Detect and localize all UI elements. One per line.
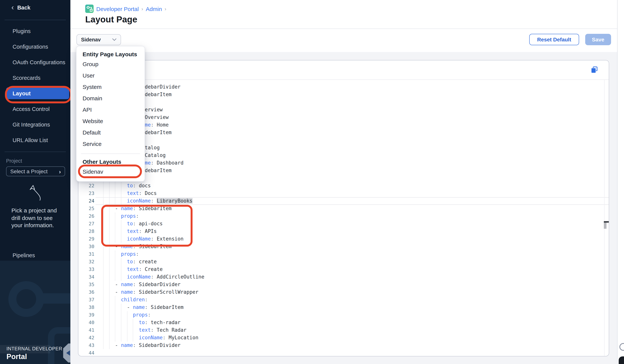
menu-item-website[interactable]: Website (77, 115, 145, 127)
circuit-ring-decor (8, 281, 44, 317)
menu-item-user[interactable]: User (77, 70, 145, 81)
main-content: Developer Portal › Admin › Layout Page S… (70, 0, 624, 364)
arrow-doodle-icon (28, 185, 42, 203)
code-line-30[interactable]: 30 - name: SidebarItem (78, 243, 609, 250)
sidebar-item-pipelines[interactable]: Pipelines (13, 252, 35, 258)
menu-item-default[interactable]: Default (77, 127, 145, 138)
line-number: 37 (78, 296, 96, 304)
code-line-43[interactable]: 43 - name: SidebarDivider (78, 341, 609, 349)
corner-widget (619, 356, 624, 364)
code-line-19[interactable]: 19 iconName: Dashboard (78, 159, 609, 167)
sidebar-item-url-allow-list[interactable]: URL Allow List (0, 132, 70, 148)
code-line-31[interactable]: 31 props: (78, 250, 609, 258)
sidebar-item-label: Git Integrations (13, 121, 50, 128)
sidebar-item-plugins[interactable]: Plugins (0, 23, 70, 39)
line-number: 35 (78, 281, 96, 288)
breadcrumb-separator: › (141, 6, 143, 12)
code-line-25[interactable]: 25 - name: SidebarItem (78, 205, 609, 212)
selected-text: LibraryBooks (157, 198, 193, 204)
layout-dropdown-menu: Entity Page LayoutsGroupUserSystemDomain… (76, 46, 145, 182)
brand-kicker: INTERNAL DEVELOPER (6, 346, 62, 351)
menu-item-system[interactable]: System (77, 81, 145, 93)
code-line-27[interactable]: 27 to: api-docs (78, 220, 609, 228)
line-number: 40 (78, 319, 96, 326)
code-line-36[interactable]: 36 - name: SidebarScrollWrapper (78, 288, 609, 296)
code-line-9[interactable]: 9 - name: SidebarDivider (78, 83, 609, 91)
cloud-icon (620, 343, 624, 351)
breadcrumb-link-developer-portal[interactable]: Developer Portal (96, 5, 139, 12)
sidebar-item-label: Scorecards (13, 75, 41, 81)
back-button[interactable]: ‹ Back (11, 4, 30, 11)
save-button[interactable]: Save (585, 34, 611, 45)
chevron-left-icon: ‹ (11, 4, 14, 11)
code-line-28[interactable]: 28 text: APIs (78, 228, 609, 235)
sidebar-item-label: OAuth Configurations (13, 59, 65, 65)
code-line-32[interactable]: 32 to: create (78, 258, 609, 266)
code-line-26[interactable]: 26 props: (78, 212, 609, 220)
code-line-23[interactable]: 23 text: Docs (78, 190, 609, 197)
code-line-39[interactable]: 39 props: (78, 311, 609, 319)
brand-name: Portal (6, 353, 27, 361)
code-line-10[interactable]: 10 - name: SidebarItem (78, 91, 609, 98)
code-line-11[interactable]: 11 props: (78, 98, 609, 106)
code-line-16[interactable]: 16 props: (78, 136, 609, 144)
line-number: 42 (78, 334, 96, 341)
code-line-12[interactable]: 12 to: overview (78, 106, 609, 114)
code-line-35[interactable]: 35 - name: SidebarDivider (78, 281, 609, 288)
code-line-24[interactable]: 24 iconName: LibraryBooks (78, 197, 609, 205)
line-content: props: (96, 212, 139, 220)
editor-scrollbar-thumb[interactable] (604, 223, 606, 229)
line-content: - name: SidebarItem (96, 243, 172, 250)
sidebar-item-layout[interactable]: Layout (0, 86, 70, 101)
sidebar-item-scorecards[interactable]: Scorecards (0, 70, 70, 86)
sidebar-item-access-control[interactable]: Access Control (0, 101, 70, 117)
page-header: Developer Portal › Admin › Layout Page (70, 0, 624, 29)
code-line-18[interactable]: 18 text: Catalog (78, 152, 609, 159)
copy-icon[interactable] (591, 66, 598, 74)
code-line-29[interactable]: 29 iconName: Extension (78, 235, 609, 243)
line-content: to: create (96, 258, 157, 266)
code-line-22[interactable]: 22 to: docs (78, 182, 609, 190)
line-content: - name: SidebarItem (96, 205, 172, 212)
code-line-17[interactable]: 17 to: catalog (78, 144, 609, 152)
breadcrumb-link-admin[interactable]: Admin (146, 5, 162, 12)
sidebar-item-oauth-configurations[interactable]: OAuth Configurations (0, 54, 70, 70)
code-line-34[interactable]: 34 iconName: AddCircleOutline (78, 273, 609, 281)
project-select[interactable]: Select a Project › (6, 166, 65, 176)
line-content: - name: SidebarDivider (96, 281, 181, 288)
code-line-42[interactable]: 42 iconName: MyLocation (78, 334, 609, 341)
code-line-20[interactable]: 20 - name: SidebarItem (78, 167, 609, 174)
code-line-14[interactable]: 14 iconName: Home (78, 121, 609, 129)
code-line-15[interactable]: 15 - name: SidebarItem (78, 129, 609, 136)
sidebar-item-configurations[interactable]: Configurations (0, 39, 70, 54)
menu-item-api[interactable]: API (77, 104, 145, 115)
layout-type-select[interactable]: Sidenav (77, 34, 121, 45)
screen: ‹ Back PluginsConfigurationsOAuth Config… (0, 0, 624, 364)
admin-sidebar: ‹ Back PluginsConfigurationsOAuth Config… (0, 0, 70, 364)
menu-item-domain[interactable]: Domain (77, 93, 145, 104)
code-line-33[interactable]: 33 text: Create (78, 266, 609, 273)
code-line-38[interactable]: 38 - name: SidebarItem (78, 304, 609, 311)
code-line-40[interactable]: 40 to: tech-radar (78, 319, 609, 326)
editor-scrollbar-cap (604, 221, 609, 223)
code-line-37[interactable]: 37 children: (78, 296, 609, 304)
line-number: 32 (78, 258, 96, 266)
line-number: 30 (78, 243, 96, 250)
reset-default-button[interactable]: Reset Default (529, 34, 579, 45)
sidebar-item-git-integrations[interactable]: Git Integrations (0, 117, 70, 132)
line-content: children: (96, 296, 148, 304)
code-line-13[interactable]: 13 text: Overview (78, 114, 609, 121)
project-select-value: Select a Project (10, 168, 48, 174)
code-line-41[interactable]: 41 text: Tech Radar (78, 326, 609, 334)
line-content: props: (96, 311, 151, 319)
yaml-editor-panel: 9 - name: SidebarDivider10 - name: Sideb… (78, 60, 609, 356)
menu-item-sidenav[interactable]: Sidenav (77, 166, 145, 178)
code-line-21[interactable]: 21 props: (78, 174, 609, 182)
line-number: 31 (78, 250, 96, 258)
line-content: - name: SidebarDivider (96, 341, 181, 349)
menu-item-service[interactable]: Service (77, 138, 145, 150)
menu-item-group[interactable]: Group (77, 59, 145, 70)
code-editor[interactable]: 9 - name: SidebarDivider10 - name: Sideb… (78, 79, 609, 356)
line-number: 22 (78, 182, 96, 190)
code-line-44[interactable]: 44 (78, 349, 609, 356)
